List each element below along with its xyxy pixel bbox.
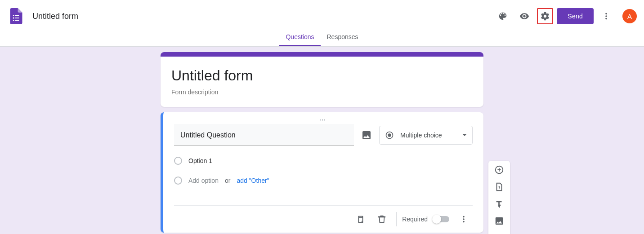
question-footer: Required [174,205,473,230]
add-image-icon[interactable] [360,129,373,141]
more-icon[interactable] [597,7,615,25]
add-question-icon[interactable] [491,164,507,175]
add-option-row: Add option or add "Other" [174,177,473,185]
svg-point-13 [388,133,391,137]
header-actions: Send A [494,7,637,25]
side-toolbar [488,161,510,234]
question-type-select[interactable]: Multiple choice [379,126,473,145]
required-label: Required [402,216,428,223]
canvas: Multiple choice Option 1 Add option or a… [0,47,644,234]
svg-rect-2 [13,18,14,19]
form-title-input[interactable] [171,66,473,84]
add-title-icon[interactable] [491,199,507,209]
divider [396,212,397,226]
svg-point-11 [324,120,325,121]
import-questions-icon[interactable] [491,181,507,192]
forms-logo-icon[interactable] [7,7,25,25]
avatar[interactable]: A [622,9,637,23]
tab-responses[interactable]: Responses [321,29,365,46]
svg-point-9 [320,120,321,121]
add-image-icon[interactable] [491,216,507,226]
header: Untitled form Send A [0,0,644,29]
svg-rect-5 [15,20,19,21]
radio-icon [174,157,182,165]
add-option-button[interactable]: Add option [188,177,219,184]
form-description-input[interactable] [171,88,473,96]
svg-point-6 [320,119,321,120]
send-button[interactable]: Send [557,8,594,24]
add-other-button[interactable]: add "Other" [237,177,269,184]
duplicate-icon[interactable] [351,210,369,228]
svg-point-10 [322,120,323,121]
theme-icon[interactable] [494,7,512,25]
svg-point-7 [322,119,323,120]
question-more-icon[interactable] [455,210,473,228]
question-type-label: Multiple choice [400,132,456,139]
svg-rect-3 [15,18,19,18]
required-toggle[interactable] [433,216,449,222]
svg-rect-0 [13,15,14,16]
svg-rect-1 [15,15,19,16]
question-title-input[interactable] [180,131,348,139]
tab-questions[interactable]: Questions [279,29,320,46]
preview-icon[interactable] [515,7,533,25]
settings-icon[interactable] [537,8,553,24]
or-text: or [225,177,230,184]
question-card: Multiple choice Option 1 Add option or a… [161,112,483,233]
radio-icon [174,177,182,185]
option-label[interactable]: Option 1 [188,157,212,164]
form-header-card [161,52,483,107]
chevron-down-icon [462,134,467,136]
drag-handle-icon[interactable] [174,112,473,124]
delete-icon[interactable] [373,210,391,228]
tabs: Questions Responses [0,29,644,47]
option-row: Option 1 [174,157,473,165]
svg-rect-4 [13,20,14,21]
document-title[interactable]: Untitled form [32,12,78,21]
svg-point-8 [324,119,325,120]
